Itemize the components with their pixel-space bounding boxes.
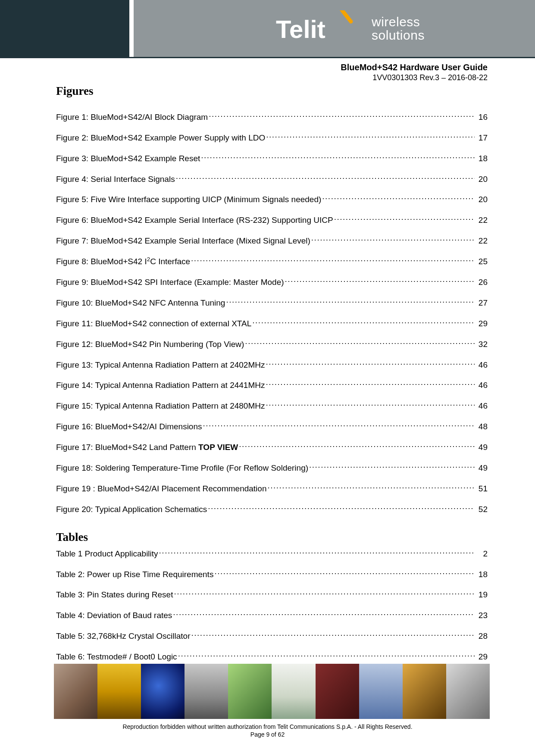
toc-entry: Table 6: Testmode# / Boot0 Logic29: [56, 650, 488, 662]
content: Figures Figure 1: BlueMod+S42/AI Block D…: [56, 84, 488, 692]
toc-label: Table 6: Testmode# / Boot0 Logic: [56, 652, 177, 662]
toc-label: Figure 1: BlueMod+S42/AI Block Diagram: [56, 112, 208, 122]
toc-page: 29: [476, 652, 488, 662]
toc-page: 29: [476, 319, 488, 328]
footer-thumb: [446, 664, 490, 719]
toc-page: 26: [476, 278, 488, 287]
toc-dots: [214, 568, 475, 577]
toc-dots: [311, 234, 475, 244]
toc-label: Figure 2: BlueMod+S42 Example Power Supp…: [56, 133, 265, 143]
toc-label: Table 4: Deviation of Baud rates: [56, 611, 172, 620]
toc-dots: [174, 589, 475, 598]
toc-page: 27: [476, 298, 488, 308]
toc-dots: [245, 338, 475, 347]
toc-label: Figure 7: BlueMod+S42 Example Serial Int…: [56, 236, 310, 246]
toc-label-sup: 2: [147, 256, 150, 262]
toc-label: Figure 10: BlueMod+S42 NFC Antenna Tunin…: [56, 298, 225, 308]
toc-label: Table 2: Power up Rise Time Requirements: [56, 570, 213, 579]
toc-label: Figure 3: BlueMod+S42 Example Reset: [56, 154, 200, 163]
tagline-line1: wireless: [372, 15, 425, 29]
toc-dots: [203, 420, 475, 429]
toc-label: Figure 19 : BlueMod+S42/AI Placement Rec…: [56, 484, 266, 494]
footer-thumb: [97, 664, 141, 719]
toc-dots: [322, 194, 475, 203]
toc-dots: [176, 173, 475, 182]
footer-image-strip: [54, 664, 490, 719]
toc-label: Table 5: 32,768kHz Crystal Oscillator: [56, 631, 191, 641]
toc-dots: [191, 255, 475, 264]
toc-page: 19: [476, 590, 488, 600]
toc-label-pre: Figure 17: BlueMod+S42 Land Pattern: [56, 443, 198, 452]
toc-entry: Figure 4: Serial Interface Signals20: [56, 173, 488, 184]
toc-dots: [334, 214, 475, 223]
header-band: Telit wireless solutions: [0, 0, 535, 59]
footer-thumb: [185, 664, 228, 719]
footer-thumb: [359, 664, 403, 719]
brand-block: Telit wireless solutions: [276, 10, 425, 47]
toc-entry: Figure 9: BlueMod+S42 SPI Interface (Exa…: [56, 276, 488, 287]
toc-dots: [173, 609, 475, 618]
toc-page: 20: [476, 195, 488, 204]
svg-text:Telit: Telit: [276, 15, 325, 43]
header-underline: [0, 57, 535, 58]
toc-page: 48: [476, 422, 488, 431]
toc-dots: [239, 441, 475, 450]
footer-line1: Reproduction forbidden without written a…: [0, 723, 535, 730]
toc-entry: Figure 20: Typical Application Schematic…: [56, 503, 488, 514]
toc-entry: Table 5: 32,768kHz Crystal Oscillator28: [56, 630, 488, 641]
toc-label: Figure 11: BlueMod+S42 connection of ext…: [56, 319, 251, 328]
toc-label: Figure 9: BlueMod+S42 SPI Interface (Exa…: [56, 278, 284, 287]
toc-page: 49: [476, 463, 488, 473]
toc-dots: [285, 276, 475, 285]
toc-dots: [266, 379, 475, 388]
footer-thumb: [403, 664, 446, 719]
page-root: Telit wireless solutions BlueMod+S42 Har…: [0, 0, 535, 756]
figures-heading: Figures: [56, 84, 488, 98]
toc-page: 51: [476, 484, 488, 494]
toc-label: Table 3: Pin States during Reset: [56, 590, 173, 600]
toc-entry: Table 1 Product Applicability2: [56, 547, 488, 559]
toc-label-post: C Interface: [150, 257, 190, 266]
doc-rev: 1VV0301303 Rev.3 – 2016-08-22: [341, 73, 488, 82]
toc-label: Figure 13: Typical Antenna Radiation Pat…: [56, 360, 265, 370]
toc-dots: [252, 317, 475, 326]
toc-page: 46: [476, 360, 488, 370]
toc-entry: Figure 3: BlueMod+S42 Example Reset18: [56, 152, 488, 163]
toc-entry: Table 3: Pin States during Reset19: [56, 589, 488, 600]
toc-entry: Figure 16: BlueMod+S42/AI Dimensions48: [56, 420, 488, 431]
footer-line2: Page 9 of 62: [0, 731, 535, 738]
toc-dots: [201, 152, 475, 161]
toc-entry: Figure 1: BlueMod+S42/AI Block Diagram16: [56, 111, 488, 122]
header-right-block: Telit wireless solutions: [134, 0, 535, 57]
footer-thumb: [141, 664, 185, 719]
toc-entry: Figure 12: BlueMod+S42 Pin Numbering (To…: [56, 338, 488, 349]
brand-tagline: wireless solutions: [372, 15, 425, 42]
toc-page: 49: [476, 443, 488, 452]
toc-entry: Figure 2: BlueMod+S42 Example Power Supp…: [56, 131, 488, 143]
toc-entry: Table 2: Power up Rise Time Requirements…: [56, 568, 488, 579]
toc-entry: Figure 14: Typical Antenna Radiation Pat…: [56, 379, 488, 390]
toc-dots: [309, 462, 475, 471]
toc-entry: Table 4: Deviation of Baud rates23: [56, 609, 488, 620]
toc-page: 18: [476, 570, 488, 579]
toc-label: Figure 16: BlueMod+S42/AI Dimensions: [56, 422, 202, 431]
toc-page: 2: [476, 549, 488, 559]
toc-label: Figure 20: Typical Application Schematic…: [56, 505, 207, 514]
header-left-block: [0, 0, 129, 57]
doc-head: BlueMod+S42 Hardware User Guide 1VV03013…: [341, 62, 488, 82]
svg-line-0: [341, 10, 351, 22]
toc-entry: Figure 13: Typical Antenna Radiation Pat…: [56, 359, 488, 370]
toc-page: 22: [476, 236, 488, 246]
toc-page: 23: [476, 611, 488, 620]
toc-entry: Figure 11: BlueMod+S42 connection of ext…: [56, 317, 488, 328]
toc-entry: Figure 17: BlueMod+S42 Land Pattern TOP …: [56, 441, 488, 452]
toc-dots: [267, 482, 475, 491]
toc-label-bold: TOP VIEW: [198, 443, 238, 452]
toc-page: 17: [476, 133, 488, 143]
toc-label: Figure 18: Soldering Temperature-Time Pr…: [56, 463, 308, 473]
toc-dots: [178, 650, 475, 659]
toc-label: Figure 5: Five Wire Interface supporting…: [56, 195, 321, 204]
toc-entry: Figure 19 : BlueMod+S42/AI Placement Rec…: [56, 482, 488, 494]
footer-thumb: [54, 664, 97, 719]
toc-page: 46: [476, 401, 488, 411]
